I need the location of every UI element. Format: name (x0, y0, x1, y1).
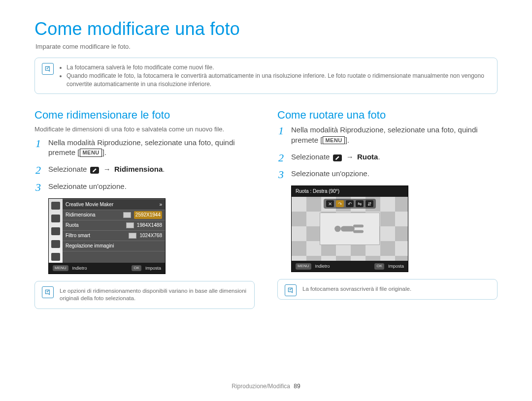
page-footer: Riproduzione/Modifica 89 (0, 382, 532, 390)
page-intro: Imparate come modificare le foto. (35, 42, 498, 51)
right-step-2: Selezionate → Ruota. (277, 152, 498, 162)
left-step-1: Nella modalità Riproduzione, selezionate… (34, 138, 255, 158)
ui-menu-row: Ruota 1984X1488 (63, 220, 165, 231)
rotate-off-icon: ✕ (326, 200, 334, 207)
ui-sidebar (49, 199, 63, 263)
size-icon (123, 212, 131, 218)
rotate-preview (320, 213, 380, 245)
top-note-item: Quando modificate le foto, la fotocamera… (66, 72, 491, 88)
left-step-3: Selezionate un'opzione. (34, 182, 255, 191)
right-heading: Come ruotare una foto (277, 108, 498, 123)
rotate-toolbar: ✕ ↷ ↶ ⇋ ⇵ (324, 199, 376, 209)
top-note-item: La fotocamera salverà le foto modificate… (66, 63, 491, 71)
ok-key-pill: OK (374, 263, 384, 270)
rotate-ui-canvas: ✕ ↷ ↶ ⇋ ⇵ (292, 197, 408, 261)
svg-rect-2 (353, 225, 364, 228)
sidebar-icon (51, 227, 60, 235)
ui-menu-row: Filtro smart 1024X768 (63, 231, 165, 241)
camera-resize-ui: Creative Movie Maker» Ridimensiona 2592X… (48, 198, 166, 274)
right-note-box: La fotocamera sovrascriverà il file orig… (277, 279, 498, 300)
ui-menu-row: Regolazione immagini (63, 241, 165, 251)
svg-point-0 (334, 226, 341, 232)
ui-menu-title-row: Creative Movie Maker» (63, 200, 165, 210)
menu-key: MENU (80, 149, 101, 157)
left-heading: Come ridimensionare le foto (34, 108, 255, 123)
edit-icon (333, 154, 342, 161)
ui-footer: MENU Indietro OK Imposta (49, 263, 165, 274)
page-title: Come modificare una foto (34, 17, 498, 41)
flip-h-icon: ⇋ (356, 200, 364, 207)
size-icon (126, 222, 134, 228)
sidebar-icon (51, 253, 60, 261)
ui-menu-row: Ridimensiona 2592X1944 (63, 210, 165, 220)
rotate-right-icon: ↷ (336, 200, 344, 207)
sidebar-icon (51, 215, 60, 222)
ui-menu: Creative Movie Maker» Ridimensiona 2592X… (63, 199, 165, 263)
chevron-right-icon: » (159, 201, 162, 208)
ok-key-pill: OK (132, 265, 141, 272)
svg-rect-3 (353, 230, 364, 233)
rotate-ui-title: Ruota : Destra (90°) (292, 186, 408, 197)
size-icon (129, 233, 136, 239)
left-column: Come ridimensionare le foto Modificate l… (34, 108, 255, 323)
camera-rotate-ui: Ruota : Destra (90°) ✕ ↷ ↶ ⇋ ⇵ (291, 185, 408, 272)
right-step-3: Selezionate un'opzione. (277, 169, 498, 179)
left-step-2: Selezionate → Ridimensiona. (34, 164, 255, 174)
right-step-1: Nella modalità Riproduzione, selezionate… (277, 125, 498, 145)
menu-key-pill: MENU (53, 265, 68, 272)
note-icon (285, 284, 297, 296)
note-icon (42, 286, 54, 298)
top-note-box: La fotocamera salverà le foto modificate… (34, 58, 498, 94)
sidebar-icon (51, 240, 60, 248)
left-desc: Modificate le dimensioni di una foto e s… (34, 125, 255, 134)
flip-v-icon: ⇵ (366, 200, 373, 207)
note-icon (42, 63, 54, 75)
person-silhouette-icon (332, 222, 367, 236)
right-column: Come ruotare una foto Nella modalità Rip… (277, 108, 498, 323)
ui-footer: MENU Indietro OK Imposta (292, 261, 408, 272)
menu-key: MENU (323, 136, 344, 145)
edit-icon (90, 167, 99, 174)
left-note-box: Le opzioni di ridimensionamento disponib… (34, 281, 255, 309)
svg-rect-1 (341, 226, 355, 232)
menu-key-pill: MENU (296, 263, 311, 270)
sidebar-icon (51, 202, 60, 210)
rotate-left-icon: ↶ (346, 200, 354, 207)
